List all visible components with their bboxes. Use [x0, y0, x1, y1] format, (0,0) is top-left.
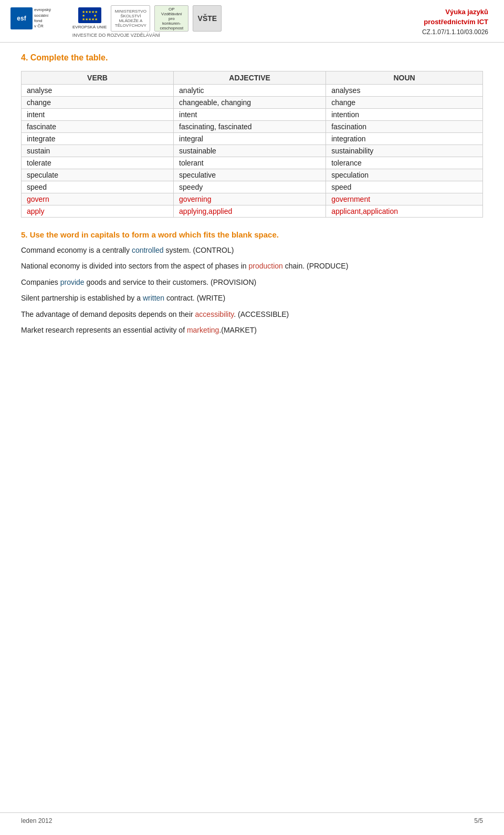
eu-flag-group: ★★★★★★ ★★★★★★ EVROPSKÁ UNIE [72, 7, 107, 29]
verb-cell: speed [22, 181, 174, 193]
noun-cell: integration [326, 133, 483, 145]
adj-cell: changeable, changing [174, 97, 326, 109]
table-row: fascinatefascinating, fascinatedfascinat… [22, 121, 483, 133]
table-row: analyseanalyticanalyses [22, 85, 483, 97]
sentence: Market research represents an essential … [21, 324, 483, 336]
verb-cell: change [22, 97, 174, 109]
highlighted-word: accessibility [195, 310, 234, 318]
header-logos: esf evropskýsociálnífondv ČR ★★★★★★ ★★★★… [10, 5, 222, 38]
verb-cell: intent [22, 109, 174, 121]
table-row: speedspeedyspeed [22, 181, 483, 193]
vocab-table: VERB ADJECTIVE NOUN analyseanalyticanaly… [21, 71, 483, 218]
verb-cell: sustain [22, 145, 174, 157]
verb-cell: apply [22, 205, 174, 218]
table-row: toleratetoleranttolerance [22, 157, 483, 169]
esf-description: evropskýsociálnífondv ČR [34, 7, 68, 29]
table-row: changechangeable, changingchange [22, 97, 483, 109]
msmt-logo: MINISTERSTVOŠKOLSTVÍMLÁDEŽE ATĚLOVÝCHOVY [111, 5, 150, 32]
esf-text: esf [17, 15, 26, 22]
table-row: applyapplying,appliedapplicant,applicati… [22, 205, 483, 218]
header-code: CZ.1.07/1.1.10/03.0026 [422, 27, 488, 37]
section4-heading: 4. Complete the table. [21, 53, 483, 63]
noun-cell: change [326, 97, 483, 109]
adj-cell: speedy [174, 181, 326, 193]
adj-cell: analytic [174, 85, 326, 97]
noun-cell: analyses [326, 85, 483, 97]
verb-cell: tolerate [22, 157, 174, 169]
page-header: esf evropskýsociálnífondv ČR ★★★★★★ ★★★★… [0, 0, 504, 43]
noun-cell: speed [326, 181, 483, 193]
highlighted-word: controlled [132, 246, 164, 254]
noun-cell: sustainability [326, 145, 483, 157]
noun-cell: speculation [326, 169, 483, 181]
adj-cell: applying,applied [174, 205, 326, 218]
sentence: National economy is divided into sectors… [21, 260, 483, 272]
noun-cell: fascination [326, 121, 483, 133]
adj-cell: speculative [174, 169, 326, 181]
noun-cell: government [326, 193, 483, 205]
table-row: integrateintegralintegration [22, 133, 483, 145]
col-header-verb: VERB [22, 71, 174, 85]
main-content: 4. Complete the table. VERB ADJECTIVE NO… [0, 43, 504, 351]
vste-logo: VŠTE [193, 5, 222, 32]
verb-cell: fascinate [22, 121, 174, 133]
verb-cell: govern [22, 193, 174, 205]
sentences: Command economy is a centrally controlle… [21, 244, 483, 336]
table-row: sustainsustainablesustainability [22, 145, 483, 157]
col-header-noun: NOUN [326, 71, 483, 85]
header-title1: Výuka jazyků [422, 7, 488, 17]
adj-cell: fascinating, fascinated [174, 121, 326, 133]
col-header-adj: ADJECTIVE [174, 71, 326, 85]
adj-cell: intent [174, 109, 326, 121]
investice-text: INVESTICE DO ROZVOJE VZDĚLÁVÁNÍ [72, 33, 160, 38]
adj-cell: integral [174, 133, 326, 145]
eu-flag: ★★★★★★ ★★★★★★ [78, 7, 101, 23]
adj-cell: governing [174, 193, 326, 205]
noun-cell: intention [326, 109, 483, 121]
noun-cell: tolerance [326, 157, 483, 169]
table-row: speculatespeculativespeculation [22, 169, 483, 181]
table-row: intentintentintention [22, 109, 483, 121]
header-right: Výuka jazyků prostřednictvím ICT CZ.1.07… [422, 7, 488, 37]
page-footer: leden 2012 5/5 [0, 812, 504, 824]
sentence: Silent partnership is established by a w… [21, 292, 483, 304]
sentence: The advantage of demand deposits depends… [21, 308, 483, 320]
adj-cell: sustainable [174, 145, 326, 157]
verb-cell: speculate [22, 169, 174, 181]
verb-cell: analyse [22, 85, 174, 97]
logo-row: esf evropskýsociálnífondv ČR ★★★★★★ ★★★★… [10, 5, 222, 32]
esf-logo: esf evropskýsociálnífondv ČR [10, 7, 68, 29]
adj-cell: tolerant [174, 157, 326, 169]
footer-date: leden 2012 [21, 817, 52, 824]
highlighted-word: written [143, 294, 164, 302]
op-logo: OPVzděláváníprokonkuren-ceschopnost [154, 5, 188, 32]
noun-cell: applicant,application [326, 205, 483, 218]
highlighted-word: provide [60, 278, 85, 286]
sentence: Companies provide goods and service to t… [21, 276, 483, 288]
sentence: Command economy is a centrally controlle… [21, 244, 483, 256]
verb-cell: integrate [22, 133, 174, 145]
footer-page: 5/5 [474, 817, 483, 824]
eu-label: EVROPSKÁ UNIE [72, 25, 107, 29]
highlighted-word: marketing [187, 326, 219, 334]
highlighted-word: production [248, 262, 282, 270]
table-row: governgoverninggovernment [22, 193, 483, 205]
section5-heading: 5. Use the word in capitals to form a wo… [21, 230, 483, 239]
header-title2: prostřednictvím ICT [422, 17, 488, 27]
